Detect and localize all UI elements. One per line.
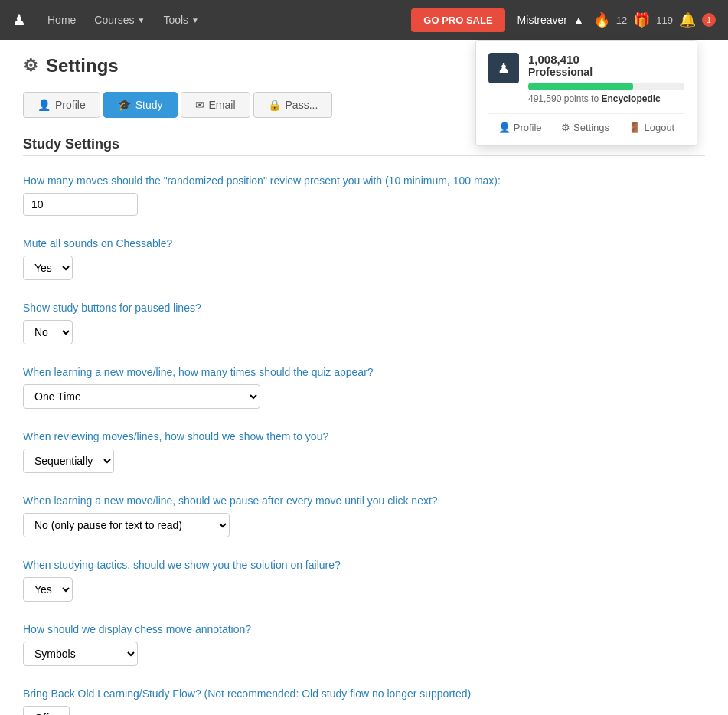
randomized-moves-label: How many moves should the "randomized po… — [23, 175, 705, 187]
logout-icon: 🚪 — [628, 122, 641, 133]
dropdown-profile-link[interactable]: 👤 Profile — [498, 122, 542, 133]
user-points: 1,008,410 — [528, 53, 684, 66]
setting-old-flow: Bring Back Old Learning/Study Flow? (Not… — [23, 687, 705, 715]
points-to-label: 491,590 points to Encyclopedic — [528, 93, 684, 104]
setting-pause-move: When learning a new move/line, should we… — [23, 495, 705, 537]
lock-tab-icon: 🔒 — [268, 99, 281, 111]
next-rank-label: Encyclopedic — [601, 93, 660, 104]
tab-email[interactable]: ✉ Email — [181, 92, 250, 118]
setting-annotation: How should we display chess move annotat… — [23, 623, 705, 666]
tab-profile[interactable]: 👤 Profile — [23, 92, 100, 118]
bell-icon: 🔔 — [679, 11, 696, 28]
streak-count: 12 — [616, 15, 627, 26]
go-pro-button[interactable]: GO PRO SALE — [411, 8, 504, 32]
review-show-select[interactable]: Sequentially Randomly — [23, 449, 114, 473]
randomized-moves-input[interactable] — [23, 193, 138, 216]
study-tab-icon: 🎓 — [118, 99, 131, 111]
nav-icons: 🔥 12 🎁 119 🔔 1 — [593, 11, 716, 28]
dropdown-menu-row: 👤 Profile ⚙ Settings 🚪 Logout — [488, 122, 684, 133]
mute-sounds-select[interactable]: Yes No — [23, 256, 73, 280]
progress-bar-fill — [528, 83, 633, 90]
bell-badge: 1 — [702, 13, 716, 27]
streak-icon: 🔥 — [593, 11, 610, 28]
section-divider — [23, 155, 705, 156]
dropdown-user-row: ♟ 1,008,410 Professional 491,590 points … — [488, 53, 684, 104]
logo-icon: ♟ — [12, 11, 26, 29]
paused-lines-label: Show study buttons for paused lines? — [23, 302, 705, 314]
paused-lines-select[interactable]: No Yes — [23, 320, 73, 344]
username-label: Mistreaver — [517, 14, 567, 26]
user-rank: Professional — [528, 66, 684, 78]
pause-move-label: When learning a new move/line, should we… — [23, 495, 705, 507]
settings-icon: ⚙ — [561, 122, 570, 133]
dropdown-logout-link[interactable]: 🚪 Logout — [628, 122, 674, 133]
review-show-label: When reviewing moves/lines, how should w… — [23, 430, 705, 442]
user-info: 1,008,410 Professional 491,590 points to… — [528, 53, 684, 104]
gift-count: 119 — [656, 15, 673, 26]
setting-review-show: When reviewing moves/lines, how should w… — [23, 430, 705, 473]
avatar: ♟ — [488, 53, 519, 83]
old-flow-label: Bring Back Old Learning/Study Flow? (Not… — [23, 687, 705, 700]
old-flow-select[interactable]: Off On — [23, 706, 70, 715]
nav-home[interactable]: Home — [38, 0, 85, 40]
setting-tactics-failure: When studying tactics, should we show yo… — [23, 559, 705, 602]
nav-user[interactable]: Mistreaver ▲ — [517, 14, 584, 26]
nav-tools[interactable]: Tools ▼ — [154, 0, 208, 40]
nav-courses[interactable]: Courses ▼ — [85, 0, 154, 40]
navbar: ♟ Home Courses ▼ Tools ▼ GO PRO SALE Mis… — [0, 0, 728, 40]
profile-icon: 👤 — [498, 122, 511, 133]
gear-icon: ⚙ — [23, 56, 38, 76]
tab-password[interactable]: 🔒 Pass... — [253, 92, 333, 118]
quiz-appear-label: When learning a new move/line, how many … — [23, 366, 705, 378]
dropdown-divider — [488, 113, 684, 114]
dropdown-settings-link[interactable]: ⚙ Settings — [561, 122, 609, 133]
user-dropdown: ♟ 1,008,410 Professional 491,590 points … — [475, 40, 697, 146]
email-tab-icon: ✉ — [195, 99, 204, 111]
progress-bar-container — [528, 83, 684, 90]
setting-mute-sounds: Mute all sounds on Chessable? Yes No — [23, 237, 705, 280]
setting-paused-lines: Show study buttons for paused lines? No … — [23, 302, 705, 344]
user-chevron-icon: ▲ — [573, 14, 584, 26]
setting-randomized-moves: How many moves should the "randomized po… — [23, 175, 705, 216]
tab-study[interactable]: 🎓 Study — [103, 92, 178, 118]
tools-arrow-icon: ▼ — [191, 16, 199, 24]
setting-quiz-appear: When learning a new move/line, how many … — [23, 366, 705, 409]
pause-move-select[interactable]: No (only pause for text to read) Yes — [23, 513, 230, 537]
tactics-failure-select[interactable]: Yes No — [23, 577, 73, 602]
quiz-appear-select[interactable]: One Time Two Times Three Times — [23, 384, 260, 409]
tactics-failure-label: When studying tactics, should we show yo… — [23, 559, 705, 571]
settings-body: Study Settings How many moves should the… — [23, 118, 705, 715]
courses-arrow-icon: ▼ — [138, 16, 145, 24]
gift-icon: 🎁 — [633, 11, 650, 28]
annotation-label: How should we display chess move annotat… — [23, 623, 705, 635]
mute-sounds-label: Mute all sounds on Chessable? — [23, 237, 705, 250]
annotation-select[interactable]: Symbols Text — [23, 642, 138, 666]
profile-tab-icon: 👤 — [38, 99, 51, 111]
